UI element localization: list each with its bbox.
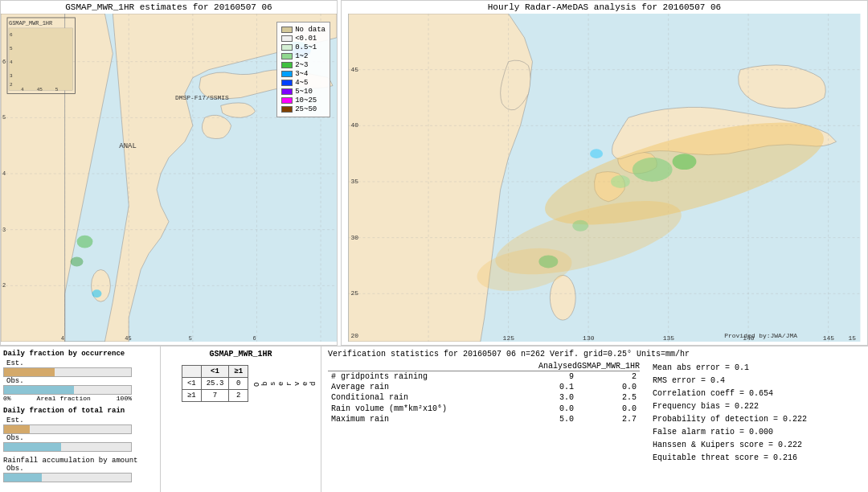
contingency-header-empty bbox=[182, 366, 201, 378]
verif-title: Verification statistics for 20160507 06 … bbox=[328, 350, 862, 359]
svg-point-16 bbox=[77, 236, 93, 248]
svg-text:4: 4 bbox=[61, 335, 64, 342]
est-bar-1 bbox=[3, 367, 132, 377]
legend-color-05-1 bbox=[281, 44, 293, 51]
svg-text:5: 5 bbox=[55, 87, 59, 92]
bar-axis-1: 0% Areal fraction 100% bbox=[3, 395, 132, 402]
verif-label-2: Conditional rain bbox=[328, 392, 537, 403]
verif-gsmap-3: 0.0 bbox=[577, 403, 640, 414]
verif-row-4: Maximum rain 5.0 2.7 bbox=[328, 414, 640, 424]
verif-left: Analysed GSMAP_MWR_1HR # gridpoints rain… bbox=[328, 362, 640, 465]
obs-label-1: Obs. bbox=[6, 377, 157, 385]
legend-label-05-1: 0.5~1 bbox=[295, 43, 317, 51]
est-bar-fill-1 bbox=[4, 368, 55, 376]
svg-text:DMSP-F17/SSMIS: DMSP-F17/SSMIS bbox=[175, 94, 229, 101]
left-map-area: 4 45 5 6 6 5 4 3 2 GSMAP_MWR_1HR 6 bbox=[1, 14, 337, 342]
legend-label-3-4: 3~4 bbox=[295, 70, 308, 78]
legend-color-4-5 bbox=[281, 80, 293, 86]
contingency-cell-ge1lt1: 7 bbox=[201, 390, 229, 402]
svg-point-57 bbox=[633, 158, 673, 182]
stat-2: Correlation coeff = 0.654 bbox=[653, 387, 862, 400]
svg-text:6: 6 bbox=[252, 335, 256, 342]
axis-mid: Areal fraction bbox=[37, 395, 91, 402]
obs-bar-3 bbox=[3, 473, 132, 482]
left-map-title: GSMAP_MWR_1HR estimates for 20160507 06 bbox=[1, 1, 337, 14]
verification-panel: Verification statistics for 20160507 06 … bbox=[321, 346, 868, 492]
svg-text:30: 30 bbox=[351, 234, 359, 241]
verif-gsmap-4: 2.7 bbox=[577, 414, 640, 424]
contingency-header-ge1: ≥1 bbox=[229, 366, 248, 378]
bar-chart-panel: Daily fraction by occurrence Est. Obs. 0… bbox=[0, 346, 161, 492]
svg-text:25: 25 bbox=[351, 289, 359, 297]
svg-text:Provided by:JWA/JMA: Provided by:JWA/JMA bbox=[724, 332, 797, 339]
svg-text:5: 5 bbox=[189, 335, 192, 342]
svg-text:4: 4 bbox=[10, 59, 13, 65]
svg-point-59 bbox=[611, 175, 630, 188]
svg-text:20: 20 bbox=[351, 332, 359, 339]
stat-1: RMS error = 0.4 bbox=[653, 375, 862, 387]
verif-analysed-0: 9 bbox=[537, 371, 577, 383]
obs-label-3: Obs. bbox=[6, 465, 157, 473]
svg-text:2: 2 bbox=[2, 282, 6, 289]
rainfall-label: Rainfall accumulation by amount bbox=[3, 457, 157, 465]
svg-text:6: 6 bbox=[2, 59, 6, 65]
contingency-row-lt1: <1 25.3 0 bbox=[182, 378, 248, 390]
bottom-row: Daily fraction by occurrence Est. Obs. 0… bbox=[0, 346, 868, 492]
legend-item-1-2: 1~2 bbox=[281, 52, 326, 60]
svg-text:ANAL: ANAL bbox=[119, 142, 136, 150]
legend-label-lt001: <0.01 bbox=[295, 35, 317, 43]
svg-point-42 bbox=[550, 275, 575, 320]
verif-header-row: Analysed GSMAP_MWR_1HR bbox=[328, 362, 640, 371]
verif-two-col: Analysed GSMAP_MWR_1HR # gridpoints rain… bbox=[328, 362, 862, 465]
stat-6: Hanssen & Kuipers score = 0.222 bbox=[653, 439, 862, 452]
verif-row-0: # gridpoints raining 9 2 bbox=[328, 371, 640, 383]
obs-vertical-label: O bbox=[253, 380, 261, 386]
svg-text:45: 45 bbox=[351, 66, 359, 73]
svg-text:6: 6 bbox=[10, 32, 13, 38]
contingency-row-lt1-label: <1 bbox=[182, 378, 201, 390]
verif-col-gsmap: GSMAP_MWR_1HR bbox=[577, 362, 640, 371]
legend-label-2-3: 2~3 bbox=[295, 61, 308, 69]
svg-text:35: 35 bbox=[351, 178, 359, 185]
svg-point-18 bbox=[92, 289, 101, 297]
verif-analysed-4: 5.0 bbox=[537, 414, 577, 424]
verif-analysed-3: 0.0 bbox=[537, 403, 577, 414]
axis-right: 100% bbox=[117, 395, 132, 402]
est-label-1: Est. bbox=[6, 359, 157, 367]
svg-text:4: 4 bbox=[2, 170, 6, 177]
svg-text:40: 40 bbox=[351, 121, 359, 129]
main-container: GSMAP_MWR_1HR estimates for 20160507 06 bbox=[0, 0, 868, 492]
legend-color-5-10 bbox=[281, 88, 293, 95]
legend-label-1-2: 1~2 bbox=[295, 52, 308, 60]
svg-point-17 bbox=[71, 257, 84, 267]
legend-color-1-2 bbox=[281, 53, 293, 59]
contingency-table: <1 ≥1 <1 25.3 0 ≥1 7 2 bbox=[182, 365, 248, 402]
svg-text:3: 3 bbox=[10, 73, 13, 79]
svg-text:45: 45 bbox=[37, 87, 43, 92]
verif-label-3: Rain volume (mm*km²x10⁶) bbox=[328, 403, 537, 414]
svg-rect-30 bbox=[9, 28, 73, 91]
contingency-title: GSMAP_MWR_1HR bbox=[164, 350, 317, 359]
svg-text:45: 45 bbox=[125, 335, 131, 342]
svg-text:125: 125 bbox=[503, 334, 515, 342]
contingency-row-ge1-label: ≥1 bbox=[182, 390, 201, 402]
legend-label-4-5: 4~5 bbox=[295, 79, 308, 87]
obs-bar-1 bbox=[3, 385, 132, 395]
est-label-2: Est. bbox=[6, 416, 157, 424]
contingency-cell-lt1ge1: 0 bbox=[229, 378, 248, 390]
svg-text:145: 145 bbox=[823, 334, 835, 342]
svg-text:135: 135 bbox=[663, 334, 675, 342]
svg-point-62 bbox=[590, 149, 603, 158]
verif-row-1: Average rain 0.1 0.0 bbox=[328, 382, 640, 392]
legend-item-10-25: 10~25 bbox=[281, 96, 326, 105]
legend-color-2-3 bbox=[281, 62, 293, 68]
stat-3: Frequency bias = 0.222 bbox=[653, 400, 862, 413]
obs-bar-fill-3 bbox=[4, 474, 42, 482]
top-row: GSMAP_MWR_1HR estimates for 20160507 06 bbox=[0, 0, 868, 346]
legend-item-25-50: 25~50 bbox=[281, 105, 326, 113]
svg-text:130: 130 bbox=[583, 334, 595, 342]
svg-text:3: 3 bbox=[2, 227, 6, 233]
legend-item-5-10: 5~10 bbox=[281, 88, 326, 96]
legend-label-nodata: No data bbox=[295, 26, 326, 34]
legend-color-nodata bbox=[281, 27, 293, 33]
